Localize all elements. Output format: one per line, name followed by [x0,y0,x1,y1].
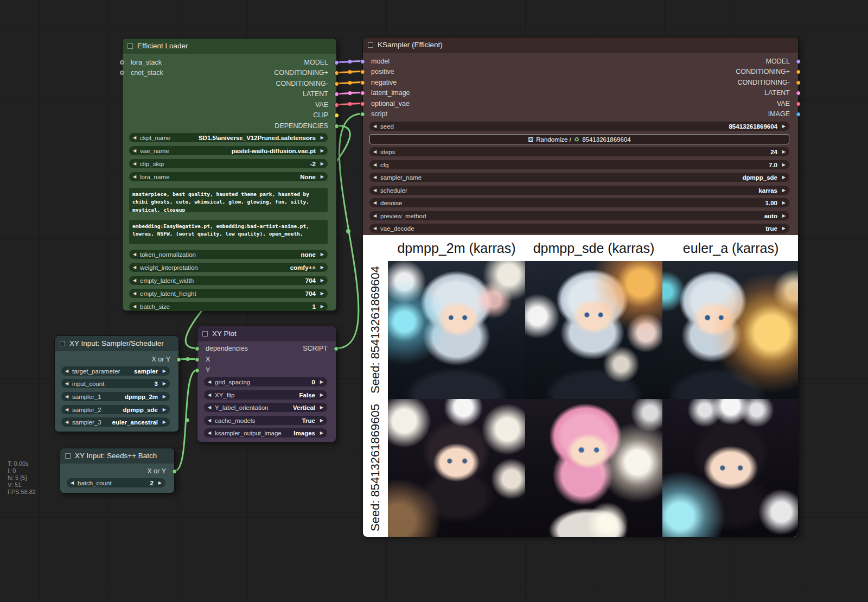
node-titlebar[interactable]: Efficient Loader [123,39,336,54]
widget-sampler-name[interactable]: ◀ sampler_name dpmpp_sde ▶ [369,173,789,182]
output-slot-dependencies[interactable]: DEPENDENCIES [275,121,336,131]
prev-arrow-icon[interactable]: ◀ [65,394,71,399]
x-or-y-port-icon[interactable] [176,357,181,362]
script-port-icon[interactable] [360,112,365,117]
widget-grid-spacing[interactable]: ◀ grid_spacing 0 ▶ [204,377,327,386]
widget-target-parameter[interactable]: ◀ target_parameter sampler ▶ [61,366,170,376]
output-slot-vae[interactable]: VAE [315,100,336,110]
next-arrow-icon[interactable]: ▶ [780,162,786,167]
output-slot-model[interactable]: MODEL [304,58,336,68]
latent-port-icon[interactable] [334,92,339,97]
conditioning-minus-port-icon[interactable] [796,80,801,85]
node-xy-input-sampler-scheduler[interactable]: XY Input: Sampler/Scheduler X or Y ◀ tar… [54,335,179,432]
input-slot-script[interactable]: script [363,109,387,119]
prev-arrow-icon[interactable]: ◀ [133,148,138,153]
output-slot-model[interactable]: MODEL [766,56,798,67]
node-titlebar[interactable]: KSampler (Efficient) [363,37,798,53]
node-titlebar[interactable]: XY Input: Sampler/Scheduler [55,336,178,351]
widget-lora-name[interactable]: ◀ lora_name None ▶ [129,172,328,181]
prev-arrow-icon[interactable]: ◀ [373,188,379,193]
next-arrow-icon[interactable]: ▶ [318,392,323,397]
vae-port-icon[interactable] [334,103,339,107]
widget-cache-models[interactable]: ◀ cache_models True ▶ [204,416,327,425]
next-arrow-icon[interactable]: ▶ [318,161,324,166]
next-arrow-icon[interactable]: ▶ [318,265,324,270]
next-arrow-icon[interactable]: ▶ [161,369,166,373]
conditioning-minus-port-icon[interactable] [334,81,339,86]
randomize-seed-button[interactable]: ⚄ Randomize / ♻ 85413261869604 [369,134,789,144]
prev-arrow-icon[interactable]: ◀ [65,407,71,412]
prev-arrow-icon[interactable]: ◀ [133,291,138,296]
node-xy-plot[interactable]: XY Plot dependencies X Y SCRIPT ◀ grid_s… [197,326,336,442]
next-arrow-icon[interactable]: ▶ [156,480,162,485]
collapse-box-icon[interactable] [202,331,208,337]
widget-sampler-3[interactable]: ◀ sampler_3 euler_ancestral ▶ [61,417,170,427]
output-slot-conditioning-minus[interactable]: CONDITIONING- [276,79,336,89]
widget-ksampler-output-image[interactable]: ◀ ksampler_output_image Images ▶ [204,428,327,438]
widget-sampler-1[interactable]: ◀ sampler_1 dpmpp_2m ▶ [61,392,170,401]
prev-arrow-icon[interactable]: ◀ [373,175,379,180]
input-slot-x[interactable]: X [197,354,210,365]
collapse-box-icon[interactable] [60,341,65,346]
next-arrow-icon[interactable]: ▶ [318,174,324,179]
y-port-icon[interactable] [195,368,200,373]
next-arrow-icon[interactable]: ▶ [161,381,166,386]
output-slot-x-or-y[interactable]: X or Y [151,354,178,365]
next-arrow-icon[interactable]: ▶ [318,379,323,384]
clip-port-icon[interactable] [334,113,339,118]
optional-vae-port-icon[interactable] [360,102,365,106]
latent-image-port-icon[interactable] [360,91,365,96]
widget-scheduler[interactable]: ◀ scheduler karras ▶ [369,186,789,195]
next-arrow-icon[interactable]: ▶ [318,430,323,435]
next-arrow-icon[interactable]: ▶ [780,188,786,193]
dependencies-port-icon[interactable] [334,124,339,129]
next-arrow-icon[interactable]: ▶ [318,135,324,140]
input-slot-negative[interactable]: negative [363,78,397,88]
widget-empty-latent-height[interactable]: ◀ empty_latent_height 704 ▶ [129,289,328,298]
next-arrow-icon[interactable]: ▶ [780,213,786,218]
input-slot-optional-vae[interactable]: optional_vae [363,99,410,109]
prev-arrow-icon[interactable]: ◀ [133,161,138,166]
prev-arrow-icon[interactable]: ◀ [208,392,213,397]
collapse-box-icon[interactable] [65,453,71,459]
latent-port-icon[interactable] [796,91,801,96]
next-arrow-icon[interactable]: ▶ [318,405,323,410]
prev-arrow-icon[interactable]: ◀ [65,369,71,373]
lora-stack-port-icon[interactable] [120,60,124,65]
model-port-icon[interactable] [334,60,339,65]
prev-arrow-icon[interactable]: ◀ [65,420,71,424]
prev-arrow-icon[interactable]: ◀ [133,265,138,270]
widget-denoise[interactable]: ◀ denoise 1.00 ▶ [369,198,789,207]
widget-xy-flip[interactable]: ◀ XY_flip False ▶ [204,390,327,400]
collapse-box-icon[interactable] [127,43,133,49]
prev-arrow-icon[interactable]: ◀ [71,480,76,485]
widget-y-label-orientation[interactable]: ◀ Y_label_orientation Vertical ▶ [204,403,327,412]
next-arrow-icon[interactable]: ▶ [780,175,786,180]
prev-arrow-icon[interactable]: ◀ [65,381,71,386]
node-graph-canvas[interactable]: T: 0.00s I: 0 N: 5 [5] V: 51 FPS:58.82 E… [0,0,868,602]
widget-batch-size[interactable]: ◀ batch_size 1 ▶ [129,302,328,311]
next-arrow-icon[interactable]: ▶ [318,291,324,296]
next-arrow-icon[interactable]: ▶ [318,148,324,153]
output-slot-script[interactable]: SCRIPT [303,344,336,354]
x-port-icon[interactable] [195,357,200,362]
prev-arrow-icon[interactable]: ◀ [133,278,138,283]
collapse-box-icon[interactable] [368,42,373,48]
next-arrow-icon[interactable]: ▶ [318,278,324,283]
widget-preview-method[interactable]: ◀ preview_method auto ▶ [369,211,789,220]
widget-clip-skip[interactable]: ◀ clip_skip -2 ▶ [129,159,328,168]
input-slot-dependencies[interactable]: dependencies [197,344,248,354]
output-slot-conditioning-plus[interactable]: CONDITIONING+ [736,67,798,77]
negative-prompt-textarea[interactable]: embedding:EasyNegative.pt, embedding:bad… [129,220,328,244]
vae-port-icon[interactable] [796,102,801,106]
model-port-icon[interactable] [796,59,801,64]
widget-cfg[interactable]: ◀ cfg 7.0 ▶ [369,160,789,169]
node-efficient-loader[interactable]: Efficient Loader lora_stack cnet_stack M… [122,38,337,311]
prev-arrow-icon[interactable]: ◀ [133,135,138,140]
prev-arrow-icon[interactable]: ◀ [373,149,379,154]
next-arrow-icon[interactable]: ▶ [780,226,786,231]
widget-steps[interactable]: ◀ steps 24 ▶ [369,147,789,156]
prev-arrow-icon[interactable]: ◀ [208,379,213,384]
conditioning-plus-port-icon[interactable] [796,69,801,74]
node-titlebar[interactable]: XY Input: Seeds++ Batch [60,448,174,464]
